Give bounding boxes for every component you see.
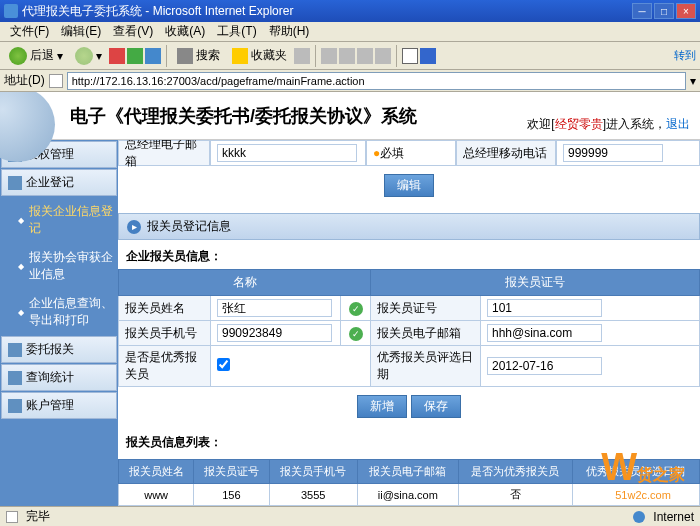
form-row-manager: 总经理电子邮箱 ● 必填 总经理移动电话 [118,140,700,166]
required-badge: ● [373,146,380,160]
history-icon[interactable] [294,48,310,64]
section-header-declarer: ▸ 报关员登记信息 [118,213,700,240]
address-label: 地址(D) [4,72,45,89]
edit-icon[interactable] [357,48,373,64]
print-icon[interactable] [339,48,355,64]
search-icon [177,48,193,64]
sidebar-group-entrust[interactable]: 委托报关 [1,336,117,363]
mobile-input[interactable] [563,144,663,162]
sidebar-item-enterprise-register[interactable]: 报关企业信息登记 [0,197,118,243]
username: 经贸零贵 [555,117,603,131]
content-area: 电子《代理报关委托书/委托报关协议》系统 欢迎[经贸零贵]进入系统，退出 授权管… [0,92,700,526]
stop-icon[interactable] [109,48,125,64]
table-row[interactable]: www1563555ii@sina.com否 [119,484,700,506]
favorites-button[interactable]: 收藏夹 [227,44,292,67]
search-button[interactable]: 搜索 [172,44,225,67]
save-button[interactable]: 保存 [411,395,461,418]
sidebar-item-association-review[interactable]: 报关协会审获企业信息 [0,243,118,289]
home-icon[interactable] [145,48,161,64]
toolbar: 后退▾ ▾ 搜索 收藏夹 [0,42,700,70]
window-titlebar: 代理报关电子委托系统 - Microsoft Internet Explorer… [0,0,700,22]
minimize-button[interactable]: ─ [632,3,652,19]
cert-label: 报关员证号 [371,296,481,321]
list-header-row: 报关员姓名 报关员证号 报关员手机号 报关员电子邮箱 是否为优秀报关员 优秀报关… [119,460,700,484]
separator [166,45,167,67]
main-layout: 授权管理 企业登记 报关企业信息登记 报关协会审获企业信息 企业信息查询、导出和… [0,140,700,526]
close-button[interactable]: × [676,3,696,19]
col-name: 名称 [119,270,371,296]
phone-label: 报关员手机号 [119,321,211,346]
ie-icon [4,4,18,18]
ext-icon-1[interactable] [402,48,418,64]
separator [396,45,397,67]
excellent-checkbox[interactable] [217,358,230,371]
star-icon [232,48,248,64]
welcome-text: 欢迎[经贸零贵]进入系统，退出 [527,116,690,133]
menu-favorites[interactable]: 收藏(A) [159,21,211,42]
mail-icon[interactable] [321,48,337,64]
page-icon [49,74,63,88]
name-input[interactable] [217,299,332,317]
menu-file[interactable]: 文件(F) [4,21,55,42]
back-button[interactable]: 后退▾ [4,44,68,68]
sidebar-group-stats[interactable]: 查询统计 [1,364,117,391]
sidebar-group-account[interactable]: 账户管理 [1,392,117,419]
edit-button[interactable]: 编辑 [384,174,434,197]
cert-input[interactable] [487,299,602,317]
date-input[interactable] [487,357,602,375]
sidebar: 授权管理 企业登记 报关企业信息登记 报关协会审获企业信息 企业信息查询、导出和… [0,140,118,526]
doc-icon [8,343,22,357]
status-text: 完毕 [26,508,50,525]
system-title: 电子《代理报关委托书/委托报关协议》系统 [70,104,417,128]
declarer-form-table: 名称报关员证号 报关员姓名 ✓ 报关员证号 报关员手机号 ✓ 报关员电子邮箱 是… [118,269,700,387]
forward-icon [75,47,93,65]
maximize-button[interactable]: □ [654,3,674,19]
mobile-label: 总经理移动电话 [456,140,556,166]
logout-link[interactable]: 退出 [666,117,690,131]
list-subtitle: 报关员信息列表： [118,426,700,455]
go-button[interactable]: 转到 [674,48,696,63]
menu-bar: 文件(F) 编辑(E) 查看(V) 收藏(A) 工具(T) 帮助(H) [0,22,700,42]
forward-button[interactable]: ▾ [70,44,107,68]
back-icon [9,47,27,65]
menu-help[interactable]: 帮助(H) [263,21,316,42]
email-input[interactable] [217,144,357,162]
address-bar: 地址(D) ▾ 转到 [0,70,700,92]
window-buttons: ─ □ × [632,3,696,19]
col-cert: 报关员证号 [371,270,700,296]
ext-icon-2[interactable] [420,48,436,64]
declarer-email-label: 报关员电子邮箱 [371,321,481,346]
section-title: 报关员登记信息 [147,218,231,235]
check-icon: ✓ [349,327,363,341]
doc-icon [8,176,22,190]
phone-input[interactable] [217,324,332,342]
zone-icon [633,511,645,523]
declarer-email-input[interactable] [487,324,602,342]
name-label: 报关员姓名 [119,296,211,321]
date-label: 优秀报关员评选日期 [371,346,481,387]
refresh-icon[interactable] [127,48,143,64]
page-header: 电子《代理报关委托书/委托报关协议》系统 欢迎[经贸零贵]进入系统，退出 [0,92,700,140]
doc-icon [8,371,22,385]
check-icon: ✓ [349,302,363,316]
arrow-icon: ▸ [127,220,141,234]
edit-button-row: 编辑 [118,166,700,205]
separator [315,45,316,67]
address-input[interactable] [67,72,686,90]
done-icon [6,511,18,523]
status-bar: 完毕 Internet [0,506,700,526]
menu-tools[interactable]: 工具(T) [211,21,262,42]
sidebar-item-query-export[interactable]: 企业信息查询、导出和打印 [0,289,118,335]
menu-view[interactable]: 查看(V) [107,21,159,42]
menu-edit[interactable]: 编辑(E) [55,21,107,42]
right-panel: 总经理电子邮箱 ● 必填 总经理移动电话 编辑 ▸ 报关员登记信息 企业报关员信… [118,140,700,526]
email-label: 总经理电子邮箱 [118,140,210,166]
doc-icon [8,399,22,413]
declarer-subtitle: 企业报关员信息： [118,240,700,269]
add-button[interactable]: 新增 [357,395,407,418]
sidebar-group-register[interactable]: 企业登记 [1,169,117,196]
declarer-buttons: 新增 保存 [118,387,700,426]
discuss-icon[interactable] [375,48,391,64]
dropdown-icon[interactable]: ▾ [690,74,696,88]
window-title: 代理报关电子委托系统 - Microsoft Internet Explorer [22,3,632,20]
